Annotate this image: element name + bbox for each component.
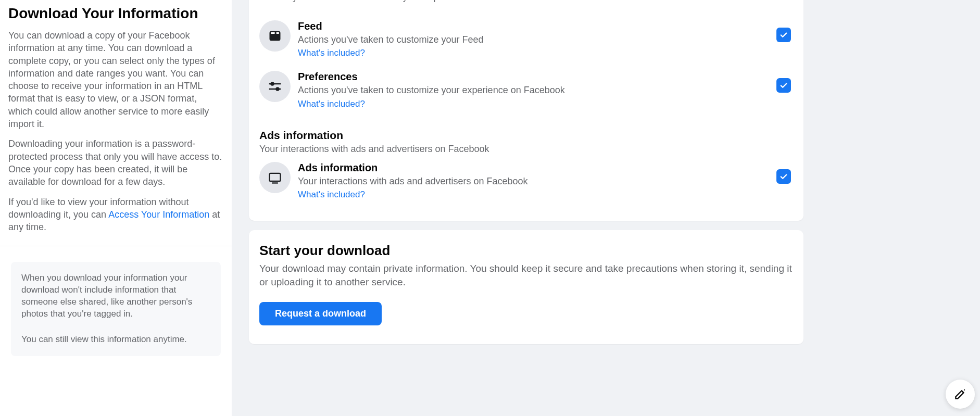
selection-card: Actions you've taken to customize your e… [249,0,803,221]
notice-box: When you download your information your … [11,262,221,356]
item-desc: Actions you've taken to customize your e… [298,84,769,96]
feed-icon [259,20,291,52]
edit-icon [953,387,967,401]
checkbox-preferences[interactable] [776,78,791,93]
check-icon [779,30,788,40]
svg-rect-1 [271,32,275,34]
whats-included-link[interactable]: What's included? [298,190,365,200]
compose-fab[interactable] [946,380,975,409]
item-title: Feed [298,20,769,32]
check-icon [779,172,788,181]
section-title: Ads information [259,129,793,142]
svg-rect-7 [270,173,281,181]
sidebar: Download Your Information You can downlo… [0,0,232,416]
section-desc: Your interactions with ads and advertise… [259,144,793,155]
page-title: Download Your Information [8,5,223,22]
ads-section-header: Ads information Your interactions with a… [259,115,793,155]
start-title: Start your download [259,243,793,259]
checkbox-feed[interactable] [776,28,791,42]
list-item: Feed Actions you've taken to customize y… [259,13,793,64]
display-icon [259,162,291,193]
whats-included-link[interactable]: What's included? [298,99,365,109]
notice-text: When you download your information your … [21,272,210,320]
list-item: Ads information Your interactions with a… [259,155,793,205]
start-desc: Your download may contain private inform… [259,262,793,288]
item-desc: Actions you've taken to customize your F… [298,33,769,46]
checkbox-ads[interactable] [776,169,791,184]
item-title: Ads information [298,162,769,174]
section-subhead: Actions you've taken to customize your e… [259,0,793,3]
start-download-card: Start your download Your download may co… [249,230,803,344]
request-download-button[interactable]: Request a download [259,302,382,325]
sidebar-paragraph: You can download a copy of your Facebook… [8,29,223,130]
sidebar-paragraph: Downloading your information is a passwo… [8,137,223,188]
item-title: Preferences [298,71,769,83]
svg-point-6 [277,88,279,91]
sidebar-paragraph: If you'd like to view your information w… [8,196,223,234]
svg-point-4 [271,83,274,85]
list-item: Preferences Actions you've taken to cust… [259,64,793,114]
svg-rect-2 [276,32,279,34]
notice-text: You can still view this information anyt… [21,334,210,346]
access-info-link[interactable]: Access Your Information [108,209,209,220]
sliders-icon [259,71,291,102]
svg-point-9 [964,389,965,390]
item-desc: Your interactions with ads and advertise… [298,175,769,187]
main-content: Actions you've taken to customize your e… [232,0,980,416]
whats-included-link[interactable]: What's included? [298,48,365,58]
divider [0,246,232,246]
check-icon [779,81,788,90]
